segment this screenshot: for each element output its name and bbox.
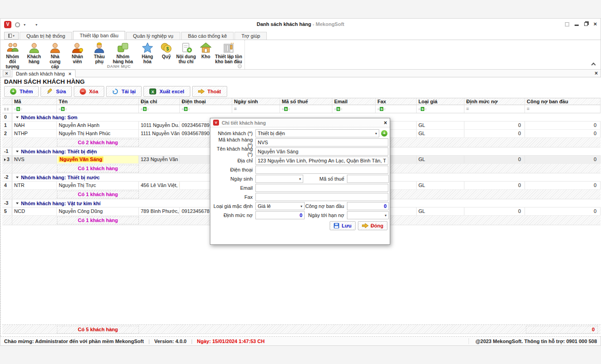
ribbon-collapse-icon[interactable] xyxy=(591,63,596,67)
collapse-triangle-icon[interactable] xyxy=(16,116,19,118)
row-number: -1 xyxy=(2,147,12,155)
ribbon-item-khach-hang[interactable]: Khách hàng xyxy=(24,41,44,65)
customer-name-field[interactable] xyxy=(255,147,388,156)
tabstrip-close-button[interactable]: × xyxy=(3,70,10,76)
cell-dinh-muc-no: 0 xyxy=(464,130,525,137)
delete-button[interactable]: −Xóa xyxy=(74,86,104,97)
dialog-header[interactable]: V Chi tiết khách hàng × xyxy=(210,118,390,127)
tax-code-field[interactable] xyxy=(347,175,389,183)
chevron-down-icon: ▾ xyxy=(300,204,302,208)
grid-filter-row: abc abc abc abc = abc abc abc abc = = xyxy=(2,105,601,113)
minimize-icon[interactable] xyxy=(575,25,579,26)
tab-close-icon[interactable]: × xyxy=(68,71,71,76)
column-header-email[interactable]: Email xyxy=(332,98,376,105)
fax-field[interactable] xyxy=(255,193,388,201)
tabstrip-close-right-icon[interactable]: × xyxy=(595,70,598,76)
ribbon-item-thau-phu[interactable]: Thầu phụ xyxy=(89,41,109,65)
tab-quan-ly-nghiep-vu[interactable]: Quản lý nghiệp vụ xyxy=(126,32,180,40)
filter-dien-thoai[interactable]: abc xyxy=(180,105,232,113)
initial-debt-field[interactable] xyxy=(347,202,389,210)
column-header-ma[interactable]: Mã xyxy=(12,98,57,105)
cell-dinh-muc-no: 0 xyxy=(464,182,525,189)
ribbon-item-nhan-vien[interactable]: Nhân viên xyxy=(66,41,89,65)
debt-limit-field[interactable] xyxy=(255,211,305,219)
price-type-select[interactable]: Giá lẻ▾ xyxy=(255,202,305,210)
save-disk-icon xyxy=(334,223,339,228)
column-header-fax[interactable]: Fax xyxy=(376,98,417,105)
filter-ten[interactable]: abc xyxy=(57,105,139,113)
column-header-dinh-muc-no[interactable]: Định mức nợ xyxy=(464,98,525,105)
ribbon-group-danh-muc: Nhóm đối tượng Khách hàng Nhà cung cấp N… xyxy=(0,40,245,69)
dialog-buttons: Lưu Đóng xyxy=(330,221,387,230)
fullscreen-icon[interactable] xyxy=(565,22,569,26)
column-header-ten[interactable]: Tên xyxy=(57,98,139,105)
column-header-loai-gia[interactable]: Loại giá xyxy=(417,98,464,105)
filter-ngay-sinh[interactable]: = xyxy=(232,105,280,113)
ribbon-item-quy[interactable]: $ Quỹ xyxy=(158,41,174,60)
cell-ten: Nguyễn Thị Hạnh Phúc xyxy=(57,130,139,137)
address-field[interactable] xyxy=(255,157,388,165)
customer-icon xyxy=(28,42,41,54)
email-field[interactable] xyxy=(255,184,388,192)
field-label: Công nợ ban đầu xyxy=(305,203,347,209)
ribbon-item-hang-hoa[interactable]: Hàng hóa xyxy=(136,41,158,65)
collapse-triangle-icon[interactable] xyxy=(16,151,19,152)
exit-button[interactable]: Thoát xyxy=(192,86,227,97)
collapse-triangle-icon[interactable] xyxy=(16,202,19,204)
restore-icon[interactable] xyxy=(584,22,588,26)
column-header-ma-so-thue[interactable]: Mã số thuế xyxy=(280,98,332,105)
ribbon-item-noi-dung-thu-chi[interactable]: Nội dung thu chi xyxy=(174,41,198,65)
phone-field[interactable] xyxy=(255,166,388,174)
add-group-icon[interactable]: + xyxy=(381,130,387,136)
warehouse-icon xyxy=(199,42,212,54)
ribbon-item-nhom-hang-hoa[interactable]: Nhóm hàng hóa xyxy=(110,41,136,65)
status-support: @2023 MekongSoft. Thông tin hỗ trợ: 0901… xyxy=(469,339,597,344)
column-header-ngay-sinh[interactable]: Ngày sinh xyxy=(232,98,280,105)
tab-bao-cao-thong-ke[interactable]: Báo cáo thống kê xyxy=(181,32,234,40)
ribbon-item-kho[interactable]: Kho xyxy=(198,41,214,60)
field-label: Địa chỉ xyxy=(212,158,255,163)
export-excel-button[interactable]: X Xuất excel xyxy=(143,86,190,97)
cell-ma: NAH xyxy=(12,121,57,129)
filter-loai-gia[interactable]: abc xyxy=(417,105,464,113)
tab-quan-tri-he-thong[interactable]: Quản trị hệ thống xyxy=(20,32,72,40)
filter-dinh-muc-no[interactable]: = xyxy=(464,105,525,113)
filter-fax[interactable]: abc xyxy=(376,105,417,113)
birthday-select[interactable]: ▾ xyxy=(255,175,303,183)
edit-button[interactable]: Sửa xyxy=(41,86,71,97)
minus-icon: − xyxy=(80,88,86,95)
cell-loai-gia: GL xyxy=(417,130,464,137)
cell-ma: NTHP xyxy=(12,130,57,137)
group-count-label: Có 2 khách hàng xyxy=(57,139,139,147)
cell-ma: NTR xyxy=(12,182,57,189)
close-icon[interactable]: × xyxy=(593,22,597,26)
add-button[interactable]: +Thêm xyxy=(4,86,39,97)
filter-ma-so-thue[interactable]: abc xyxy=(280,105,332,113)
filter-cong-no[interactable]: = xyxy=(525,105,601,113)
customer-code-field[interactable] xyxy=(255,138,388,147)
save-button[interactable]: Lưu xyxy=(330,221,355,230)
group-expander-icon[interactable] xyxy=(238,64,242,68)
svg-text:$: $ xyxy=(166,46,169,51)
grand-total-value: 0 xyxy=(526,326,598,334)
reload-button[interactable]: Tải lại xyxy=(106,86,142,97)
column-header-cong-no-ban-dau[interactable]: Công nợ ban đầu xyxy=(525,98,601,105)
customer-group-select[interactable]: Thiết bị điện▾ xyxy=(255,129,379,137)
desktop: V ▾ ▾ Danh sách khách hàng - MekongSoft … xyxy=(0,0,601,364)
app-menu-button[interactable]: ▾ xyxy=(4,32,19,40)
doc-tab-danh-sach-khach-hang[interactable]: Danh sách khách hàng × xyxy=(12,70,76,77)
filter-dia-chi[interactable]: abc xyxy=(139,105,180,113)
filter-email[interactable]: abc xyxy=(332,105,376,113)
close-button[interactable]: Đóng xyxy=(358,221,387,230)
column-header-dien-thoai[interactable]: Điện thoại xyxy=(180,98,232,105)
tab-tro-giup[interactable]: Trợ giúp xyxy=(234,32,267,40)
tab-thiet-lap-ban-dau[interactable]: Thiết lập ban đầu xyxy=(73,31,125,40)
dialog-close-icon[interactable]: × xyxy=(384,120,387,126)
collapse-triangle-icon[interactable] xyxy=(16,177,19,178)
field-label: Mã số thuế xyxy=(303,176,347,182)
filter-ma[interactable]: abc xyxy=(12,105,57,113)
action-toolbar: +Thêm Sửa −Xóa Tải lại X Xuất excel Thoá… xyxy=(4,86,227,97)
debt-due-date-select[interactable]: ▾ xyxy=(347,211,389,219)
column-header-dia-chi[interactable]: Địa chỉ xyxy=(139,98,180,105)
ribbon-item-thiet-lap-ton-kho[interactable]: Thiết lập tồn kho ban đầu xyxy=(214,41,244,65)
